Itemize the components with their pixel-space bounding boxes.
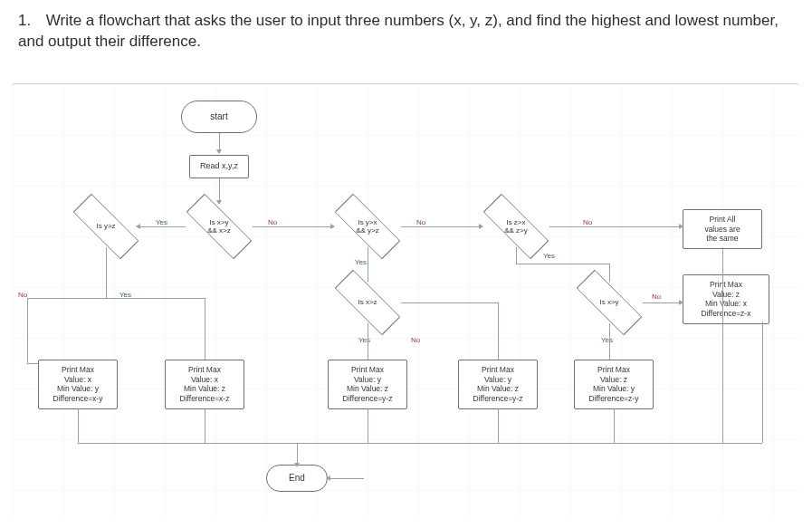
edge-label-yes: Yes bbox=[156, 218, 167, 226]
connector bbox=[401, 302, 498, 303]
question-number: 1. bbox=[18, 11, 42, 32]
decision-y-gt-z: Is y>z bbox=[72, 206, 139, 247]
decision-x-gt-y: Is x>y bbox=[576, 282, 643, 323]
connector bbox=[516, 264, 609, 264]
connector bbox=[609, 323, 610, 360]
decision-label: Is x>y&& x>z bbox=[186, 206, 253, 247]
connector bbox=[401, 226, 482, 227]
output-label: Print Allvalues arethe same bbox=[704, 215, 740, 244]
connector bbox=[368, 408, 368, 443]
decision-zgtx-zgty: Is z>x&& z>y bbox=[482, 206, 549, 247]
edge-label-no: No bbox=[583, 218, 592, 226]
connector bbox=[762, 322, 763, 443]
output-label: Print MaxValue: zMin Value: xDifference=… bbox=[702, 280, 751, 319]
edge-label-yes: Yes bbox=[358, 336, 370, 344]
connector bbox=[297, 443, 298, 465]
start-label: start bbox=[210, 111, 227, 123]
question-body: Write a flowchart that asks the user to … bbox=[18, 12, 779, 50]
connector bbox=[368, 323, 368, 360]
arrow-icon bbox=[679, 300, 683, 305]
connector bbox=[106, 298, 205, 299]
arrow-icon bbox=[216, 200, 222, 205]
read-label: Read x,y,z bbox=[200, 161, 238, 171]
decision-label: Is z>x&& z>y bbox=[482, 206, 549, 247]
connector bbox=[722, 247, 723, 443]
end-label: End bbox=[289, 473, 305, 485]
connector bbox=[205, 298, 205, 360]
start-terminator: start bbox=[181, 101, 257, 133]
arrow-icon bbox=[679, 224, 683, 229]
output-label: Print MaxValue: yMin Value: zDifference=… bbox=[343, 365, 393, 404]
output-label: Print MaxValue: xMin Value: yDifference=… bbox=[53, 365, 103, 404]
arrow-icon bbox=[479, 224, 483, 229]
edge-label-no: No bbox=[652, 293, 661, 301]
edge-label-no: No bbox=[18, 291, 27, 299]
connector bbox=[614, 408, 615, 443]
output-x-z: Print MaxValue: xMin Value: zDifference=… bbox=[165, 360, 244, 409]
arrow-icon bbox=[330, 224, 335, 229]
question-text: 1. Write a flowchart that asks the user … bbox=[18, 11, 794, 53]
connector bbox=[328, 478, 364, 479]
output-z-y: Print MaxValue: zMin Value: yDifference=… bbox=[574, 360, 654, 409]
decision-label: Is y>x&& y>z bbox=[334, 206, 401, 247]
arrow-icon bbox=[294, 463, 300, 467]
edge-label-yes: Yes bbox=[543, 252, 555, 260]
connector bbox=[516, 247, 517, 264]
edge-label-yes: Yes bbox=[601, 336, 613, 344]
connector bbox=[253, 226, 334, 227]
flowchart: start Read x,y,z Is x>y&& x>z Yes No Is … bbox=[13, 83, 798, 516]
arrow-icon bbox=[216, 149, 222, 154]
output-x-y: Print MaxValue: xMin Value: yDifference=… bbox=[38, 360, 118, 409]
connector bbox=[78, 408, 79, 443]
connector bbox=[549, 226, 683, 227]
connector bbox=[78, 443, 762, 444]
edge-label-no: No bbox=[411, 336, 420, 344]
connector bbox=[498, 408, 499, 443]
arrow-icon bbox=[136, 224, 140, 229]
output-label: Print MaxValue: xMin Value: zDifference=… bbox=[180, 365, 230, 404]
connector bbox=[139, 226, 186, 227]
connector bbox=[27, 298, 28, 363]
output-y-z: Print MaxValue: yMin Value: zDifference=… bbox=[328, 360, 407, 409]
connector bbox=[609, 264, 610, 282]
output-y-z-2: Print MaxValue: yMin Value: zDifference=… bbox=[458, 360, 538, 409]
decision-label: Is y>z bbox=[72, 206, 139, 247]
connector bbox=[219, 178, 220, 202]
output-label: Print MaxValue: zMin Value: yDifference=… bbox=[589, 365, 639, 404]
output-z-x: Print MaxValue: zMin Value: xDifference=… bbox=[683, 274, 769, 324]
output-label: Print MaxValue: yMin Value: zDifference=… bbox=[473, 365, 523, 404]
edge-label-no: No bbox=[416, 218, 425, 226]
end-terminator: End bbox=[266, 465, 328, 492]
connector bbox=[205, 408, 205, 443]
connector bbox=[27, 298, 106, 299]
connector bbox=[498, 302, 499, 360]
edge-label-yes: Yes bbox=[355, 258, 367, 266]
decision-x-gt-z: Is x>z bbox=[334, 282, 401, 323]
connector bbox=[106, 247, 107, 298]
edge-label-no: No bbox=[268, 218, 277, 226]
connector bbox=[368, 247, 368, 282]
decision-label: Is x>z bbox=[334, 282, 401, 323]
read-process: Read x,y,z bbox=[189, 155, 249, 178]
decision-xgty-xgtz: Is x>y&& x>z bbox=[186, 206, 253, 247]
decision-ygtx-ygtz: Is y>x&& y>z bbox=[334, 206, 401, 247]
decision-label: Is x>y bbox=[576, 282, 643, 323]
connector bbox=[643, 302, 683, 303]
output-all-same: Print Allvalues arethe same bbox=[683, 209, 762, 249]
connector bbox=[219, 133, 220, 151]
